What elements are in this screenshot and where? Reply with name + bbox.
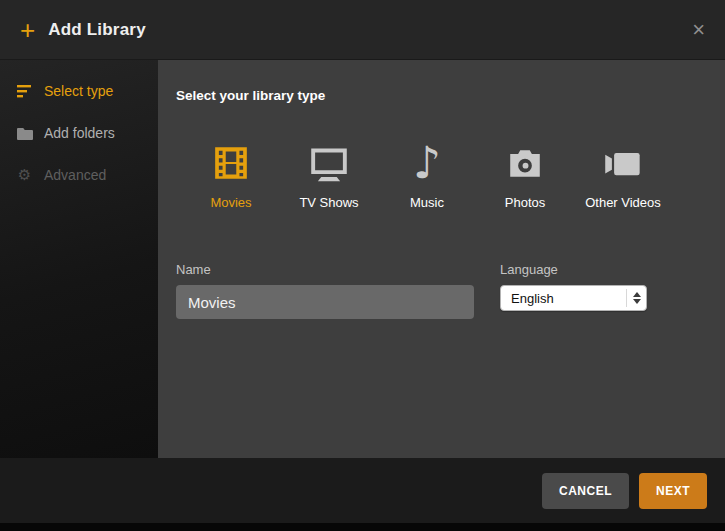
name-label: Name (176, 262, 474, 277)
type-option-label: Photos (505, 195, 545, 210)
type-option-photos[interactable]: Photos (476, 141, 574, 210)
type-option-music[interactable]: ♪ Music (378, 141, 476, 210)
sidebar: Select type Add folders ⚙ Advanced (0, 60, 158, 458)
sidebar-item-label: Select type (44, 83, 113, 99)
plus-icon: + (20, 17, 35, 43)
select-type-icon (16, 84, 33, 98)
close-icon[interactable]: × (692, 19, 705, 41)
next-button[interactable]: NEXT (639, 473, 707, 509)
type-option-movies[interactable]: Movies (182, 141, 280, 210)
language-selected-value: English (511, 291, 554, 306)
select-stepper-icon (626, 289, 641, 307)
sidebar-item-select-type[interactable]: Select type (0, 70, 158, 112)
library-type-picker: Movies TV Shows ♪ Music (182, 141, 707, 210)
dialog-footer: CANCEL NEXT (0, 458, 725, 523)
type-option-label: Music (410, 195, 444, 210)
sidebar-item-label: Advanced (44, 167, 106, 183)
add-library-dialog: + Add Library × Select type (0, 0, 725, 531)
window-bottom-edge (0, 523, 725, 531)
folder-icon (16, 127, 33, 140)
type-option-other-videos[interactable]: Other Videos (574, 141, 672, 210)
language-label: Language (500, 262, 647, 277)
tv-icon (308, 141, 350, 185)
camera-icon (505, 141, 545, 185)
language-select[interactable]: English (500, 285, 647, 311)
cancel-button[interactable]: CANCEL (542, 473, 629, 509)
main-content: Select your library type Movies (158, 60, 725, 458)
sidebar-item-label: Add folders (44, 125, 115, 141)
dialog-title: Add Library (48, 20, 146, 40)
film-strip-icon (212, 141, 250, 185)
sidebar-item-add-folders[interactable]: Add folders (0, 112, 158, 154)
type-option-label: Movies (210, 195, 251, 210)
language-field-group: Language English (500, 262, 647, 311)
video-camera-icon (602, 141, 644, 185)
dialog-header: + Add Library × (0, 0, 725, 60)
name-input[interactable] (176, 285, 474, 319)
type-option-label: Other Videos (585, 195, 661, 210)
gear-icon: ⚙ (16, 168, 33, 183)
music-note-icon: ♪ (413, 141, 441, 185)
dialog-body: Select type Add folders ⚙ Advanced Selec… (0, 60, 725, 458)
type-option-tv-shows[interactable]: TV Shows (280, 141, 378, 210)
type-option-label: TV Shows (299, 195, 358, 210)
sidebar-item-advanced[interactable]: ⚙ Advanced (0, 154, 158, 196)
section-heading: Select your library type (176, 88, 707, 103)
name-field-group: Name (176, 262, 474, 319)
library-form: Name Language English (176, 262, 707, 319)
